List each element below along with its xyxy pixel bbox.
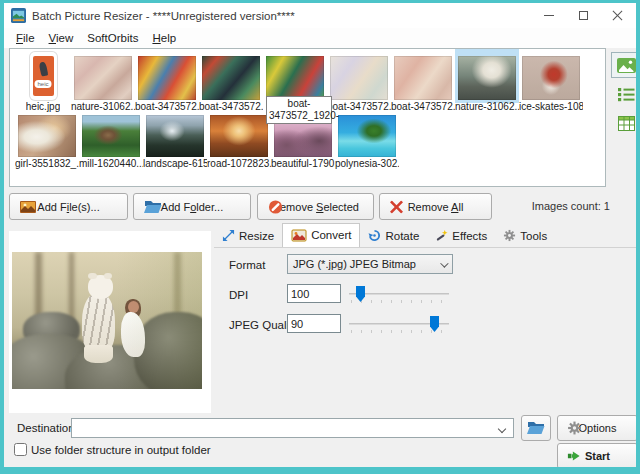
preview-rock (23, 312, 80, 348)
thumbnail-item[interactable]: boat-3473572... (327, 52, 391, 113)
thumbnail-item[interactable]: girl-3551832_... (15, 113, 79, 170)
tab-resize[interactable]: Resize (214, 225, 282, 247)
tab-rotate[interactable]: Rotate (360, 225, 427, 247)
thumbnail-picture[interactable] (394, 56, 452, 100)
thumbnail-item[interactable]: mill-1620440... (79, 113, 143, 170)
thumbnail-image[interactable] (146, 113, 204, 157)
tab-convert[interactable]: Convert (282, 223, 360, 247)
thumbnail-picture[interactable] (138, 56, 196, 100)
image-list-panel: heicheic.jpgnature-31062...boat-3473572.… (9, 48, 606, 187)
thumbnail-picture[interactable] (338, 115, 396, 157)
thumbnail-picture[interactable] (330, 56, 388, 100)
browse-folder-button[interactable] (521, 415, 551, 441)
thumbnail-filename: nature-31062... (71, 100, 135, 113)
tab-effects[interactable]: Effects (427, 225, 495, 247)
thumbnail-image[interactable] (202, 52, 260, 100)
tab-tools[interactable]: Tools (495, 225, 555, 247)
preview-woman (128, 301, 139, 313)
thumbnail-picture[interactable] (522, 56, 580, 100)
preview-rock (65, 345, 175, 389)
list-view-button[interactable] (611, 81, 640, 107)
thumbnail-picture[interactable] (202, 56, 260, 100)
thumbnail-picture[interactable] (18, 115, 76, 157)
thumbnail-picture[interactable] (210, 115, 268, 157)
format-select[interactable]: JPG (*.jpg) JPEG Bitmap (287, 254, 453, 274)
destination-input[interactable] (71, 418, 514, 438)
menu-bar: File View SoftOrbits Help (4, 28, 636, 48)
tab-bar: Resize Convert Rotate Effects (214, 224, 638, 248)
thumbnail-image-selected[interactable] (458, 52, 516, 100)
thumbnail-filename: road-1072823... (207, 157, 271, 170)
menu-file[interactable]: File (9, 30, 42, 46)
thumbnail-picture[interactable] (458, 56, 516, 100)
menu-view[interactable]: View (42, 30, 81, 46)
thumbnail-picture[interactable]: heic (30, 52, 57, 100)
thumbnail-view-button[interactable] (611, 52, 640, 78)
thumbnail-item[interactable]: road-1072823... (207, 113, 271, 170)
jpeg-quality-slider[interactable] (349, 315, 449, 333)
thumbnail-image[interactable] (82, 113, 140, 157)
options-gear-icon (567, 421, 582, 436)
thumbnail-image[interactable] (74, 52, 132, 100)
thumbnail-filename: ice-skates-108... (519, 100, 583, 113)
dpi-input[interactable] (287, 284, 341, 303)
menu-help[interactable]: Help (145, 30, 183, 46)
thumbnail-image[interactable] (522, 52, 580, 100)
tools-gear-icon (503, 229, 516, 242)
dpi-slider[interactable] (349, 285, 449, 303)
convert-panel: Format JPG (*.jpg) JPEG Bitmap DPI JPEG … (214, 248, 638, 413)
images-count-label: Images count: 1 (532, 200, 610, 212)
thumbnail-item[interactable]: nature-31062... (455, 52, 519, 113)
grid-view-button[interactable] (611, 110, 640, 136)
add-files-icon (20, 201, 36, 213)
thumbnail-image[interactable] (338, 113, 396, 157)
thumbnail-filename: beautiful-1790... (271, 157, 335, 170)
thumbnail-item[interactable]: ice-skates-108... (519, 52, 583, 113)
close-button[interactable] (600, 3, 634, 28)
preview-panel (9, 231, 211, 413)
add-folder-button[interactable]: Add Folder... (133, 193, 251, 220)
maximize-button[interactable] (566, 3, 600, 28)
thumbnail-picture[interactable] (266, 56, 324, 100)
use-folder-label[interactable]: Use folder structure in output folder (31, 444, 211, 456)
preview-woman-dress (121, 312, 145, 357)
thumbnail-filename: nature-31062... (455, 100, 519, 113)
thumbnail-item[interactable]: boat-3473572... (135, 52, 199, 113)
thumbnail-image[interactable]: heic (30, 52, 57, 100)
dpi-label: DPI (229, 289, 248, 301)
browse-folder-icon (527, 421, 545, 435)
thumbnail-image[interactable] (266, 52, 324, 100)
thumbnail-image[interactable] (138, 52, 196, 100)
jpeg-quality-input[interactable] (287, 314, 341, 333)
thumbnail-picture[interactable] (146, 115, 204, 157)
use-folder-checkbox[interactable] (14, 443, 27, 456)
thumbnail-item[interactable]: nature-31062... (71, 52, 135, 113)
options-button[interactable]: Options (557, 415, 638, 441)
remove-selected-icon (268, 199, 283, 214)
minimize-button[interactable] (532, 3, 566, 28)
thumbnail-item[interactable]: polynesia-302... (335, 113, 399, 170)
thumbnail-item[interactable]: boat-3473572... (199, 52, 263, 113)
list-view-icon (618, 87, 635, 102)
thumbnail-filename: girl-3551832_... (15, 157, 79, 170)
start-button[interactable]: Start (557, 443, 638, 469)
thumbnail-picture[interactable] (74, 56, 132, 100)
thumbnail-image[interactable] (330, 52, 388, 100)
remove-all-button[interactable]: Remove All (379, 193, 492, 220)
thumbnail-item[interactable]: boat-3473572... (391, 52, 455, 113)
thumbnail-image[interactable] (210, 113, 268, 157)
thumbnail-image[interactable] (394, 52, 452, 100)
thumbnail-image[interactable] (18, 113, 76, 157)
filename-tooltip: boat- 3473572_1920- (266, 96, 332, 124)
menu-softorbits[interactable]: SoftOrbits (80, 30, 145, 46)
thumbnail-filename: heic.jpg (26, 100, 60, 113)
resize-icon (222, 229, 235, 242)
preview-image (12, 252, 202, 389)
add-files-button[interactable]: Add File(s)... (9, 193, 128, 220)
thumbnail-item[interactable]: landscape-615... (143, 113, 207, 170)
thumbnail-picture[interactable] (82, 115, 140, 157)
thumbnail-item[interactable]: heicheic.jpg (15, 52, 71, 113)
preview-tiger-legs (84, 345, 113, 363)
remove-selected-button[interactable]: Remove Selected (257, 193, 374, 220)
destination-label: Destination (17, 422, 75, 434)
